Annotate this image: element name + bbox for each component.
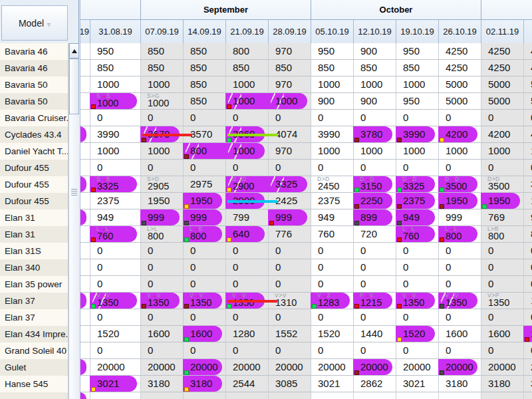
price-cell[interactable]: 20000 [354, 359, 396, 376]
date-column-header[interactable]: 26.10.19 [439, 20, 481, 43]
price-cell[interactable]: 850 [269, 60, 311, 76]
price-cell[interactable]: 0 [396, 259, 439, 276]
date-column-header[interactable]: .19 [80, 20, 90, 43]
booking-bar[interactable] [80, 176, 86, 192]
price-cell[interactable]: 5000 [439, 76, 481, 93]
price-cell[interactable]: 850 [396, 60, 439, 76]
price-cell[interactable]: 0 [226, 243, 269, 259]
price-cell[interactable] [80, 43, 90, 60]
price-cell[interactable]: 0 [184, 309, 226, 326]
price-cell[interactable]: 949 [90, 209, 141, 226]
price-cell[interactable]: 950 [90, 43, 141, 60]
price-cell[interactable]: 0 [311, 342, 354, 359]
price-cell[interactable]: 949 [396, 209, 439, 226]
price-cell[interactable]: L>B800 [481, 226, 524, 243]
price-cell[interactable]: 1000 [439, 143, 481, 160]
price-cell[interactable] [184, 392, 226, 399]
price-cell[interactable]: 0 [439, 160, 481, 176]
price-cell[interactable]: L→B800 [184, 226, 226, 243]
price-cell[interactable]: 4200 [439, 126, 481, 143]
price-cell[interactable]: 5000 [481, 93, 524, 110]
price-cell[interactable] [80, 309, 90, 326]
price-cell[interactable]: 850 [226, 60, 269, 76]
price-cell[interactable]: 0 [481, 243, 524, 259]
price-cell[interactable] [80, 160, 90, 176]
price-cell[interactable]: V→V1350 [184, 293, 226, 309]
model-row[interactable]: Cyclades 43.4 [0, 126, 68, 143]
price-cell[interactable]: 0 [226, 259, 269, 276]
price-cell[interactable]: 1000 [354, 143, 396, 160]
price-cell[interactable]: 970 [269, 43, 311, 60]
model-row[interactable]: Bavaria 50 [0, 93, 68, 110]
price-cell[interactable]: 3960 [226, 126, 269, 143]
price-cell[interactable]: 3180 [184, 376, 226, 392]
price-cell[interactable]: 0 [396, 243, 439, 259]
price-cell[interactable]: 0 [396, 276, 439, 293]
price-cell[interactable]: 1 [524, 193, 532, 209]
price-cell[interactable]: 0 [354, 243, 396, 259]
price-cell[interactable]: D→D3500 [439, 176, 481, 193]
price-cell[interactable]: 1520 [90, 326, 141, 342]
price-cell[interactable]: 0 [141, 276, 184, 293]
price-cell[interactable]: 0 [524, 160, 532, 176]
price-cell[interactable]: 0 [90, 160, 141, 176]
price-cell[interactable]: 4250 [439, 43, 481, 60]
price-cell[interactable]: 1600 [141, 326, 184, 342]
price-cell[interactable]: 900 [354, 43, 396, 60]
price-cell[interactable]: 0 [311, 276, 354, 293]
price-cell[interactable]: 1600 [481, 326, 524, 342]
price-cell[interactable]: 1000 [311, 143, 354, 160]
price-cell[interactable]: S>G1000 [141, 93, 184, 110]
price-cell[interactable] [354, 392, 396, 399]
price-cell[interactable] [226, 392, 269, 399]
price-cell[interactable]: 0 [226, 309, 269, 326]
price-cell[interactable] [80, 110, 90, 126]
price-cell[interactable]: D→D2900 [226, 176, 269, 193]
price-cell[interactable]: 999 [269, 209, 311, 226]
price-cell[interactable]: D>D2450 [311, 176, 354, 193]
price-cell[interactable]: 760 [311, 226, 354, 243]
price-cell[interactable]: 0 [311, 243, 354, 259]
price-cell[interactable]: 0 [481, 110, 524, 126]
price-cell[interactable]: 850 [184, 76, 226, 93]
date-column-header[interactable]: 31.08.19 [90, 20, 141, 43]
price-cell[interactable]: 3990 [90, 126, 141, 143]
model-row[interactable] [0, 392, 68, 399]
scroll-up-button[interactable] [69, 43, 79, 59]
price-cell[interactable]: 0 [269, 110, 311, 126]
price-cell[interactable]: 20000 [184, 359, 226, 376]
price-cell[interactable]: 850 [90, 60, 141, 76]
price-cell[interactable]: 5 [524, 93, 532, 110]
booking-bar[interactable] [80, 293, 86, 309]
price-cell[interactable]: 0 [90, 259, 141, 276]
price-cell[interactable]: 2 [524, 359, 532, 376]
price-cell[interactable]: 0 [90, 342, 141, 359]
price-cell[interactable]: 3780 [354, 126, 396, 143]
price-cell[interactable]: 1000 [396, 143, 439, 160]
price-cell[interactable]: 20000 [90, 359, 141, 376]
price-cell[interactable]: 4250 [481, 60, 524, 76]
model-row[interactable]: Elan 35 power [0, 276, 68, 293]
price-cell[interactable]: 1950 [141, 193, 184, 209]
price-cell[interactable]: 1 [524, 293, 532, 309]
price-cell[interactable]: 0 [184, 342, 226, 359]
price-cell[interactable]: 999 [184, 209, 226, 226]
price-cell[interactable]: 0 [141, 342, 184, 359]
model-row[interactable]: Bavaria 46 [0, 43, 68, 60]
price-cell[interactable]: 3021 [90, 376, 141, 392]
price-cell[interactable] [90, 392, 141, 399]
price-cell[interactable]: 1000 [311, 76, 354, 93]
date-column-header[interactable] [524, 20, 532, 43]
price-cell[interactable]: 0 [439, 342, 481, 359]
booking-bar[interactable] [80, 209, 86, 225]
price-cell[interactable]: 0 [481, 160, 524, 176]
price-cell[interactable] [80, 209, 90, 226]
price-cell[interactable]: 2250 [354, 193, 396, 209]
price-cell[interactable]: V→V1350 [141, 293, 184, 309]
price-cell[interactable]: 0 [90, 276, 141, 293]
price-cell[interactable]: 776 [269, 226, 311, 243]
price-cell[interactable]: 0 [354, 309, 396, 326]
price-cell[interactable]: 4250 [481, 43, 524, 60]
date-column-header[interactable]: 12.10.19 [354, 20, 396, 43]
price-cell[interactable]: 0 [354, 276, 396, 293]
